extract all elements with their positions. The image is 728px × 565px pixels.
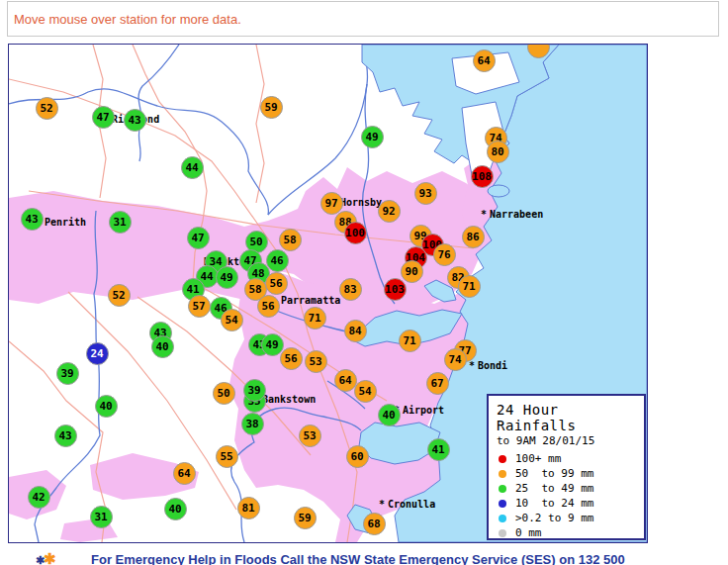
station-marker[interactable]: 53 bbox=[305, 350, 327, 373]
station-marker[interactable]: 80 bbox=[487, 141, 509, 163]
station-marker[interactable]: 58 bbox=[279, 229, 302, 251]
station-marker[interactable]: 44 bbox=[181, 156, 204, 179]
legend-color-dot bbox=[499, 529, 506, 537]
station-star-marker: * bbox=[469, 360, 475, 372]
station-marker[interactable]: 64 bbox=[334, 369, 357, 392]
station-marker[interactable]: 31 bbox=[90, 506, 113, 528]
legend-items: 100+ mm50 to 99 mm25 to 49 mm10 to 24 mm… bbox=[497, 451, 644, 540]
station-marker[interactable]: 74 bbox=[444, 348, 467, 371]
station-marker[interactable]: 59 bbox=[260, 96, 283, 119]
legend-color-dot bbox=[499, 485, 506, 493]
station-marker[interactable]: 57 bbox=[188, 295, 211, 318]
footer-burst-icon: ✱ bbox=[44, 550, 56, 565]
station-marker[interactable]: 84 bbox=[344, 320, 367, 342]
legend: 24 Hour Rainfalls to 9AM 28/01/15 100+ m… bbox=[487, 394, 646, 540]
station-marker[interactable]: 53 bbox=[299, 424, 321, 447]
legend-item-label: 50 to 99 mm bbox=[515, 467, 593, 480]
station-marker[interactable]: 31 bbox=[109, 211, 132, 234]
legend-item: >0.2 to 9 mm bbox=[497, 511, 644, 525]
header-message: Move mouse over station for more data. bbox=[14, 12, 241, 27]
legend-item: 0 mm bbox=[497, 525, 644, 540]
station-marker[interactable]: 76 bbox=[433, 243, 456, 266]
legend-item-label: 10 to 24 mm bbox=[515, 497, 593, 510]
legend-color-dot bbox=[499, 515, 506, 522]
station-marker[interactable]: 43 bbox=[54, 424, 77, 447]
station-marker[interactable]: 43 bbox=[124, 109, 146, 132]
legend-item: 100+ mm bbox=[497, 451, 644, 466]
station-marker[interactable]: 59 bbox=[294, 507, 317, 529]
station-marker[interactable]: 92 bbox=[378, 200, 401, 223]
station-marker[interactable]: 40 bbox=[164, 498, 187, 520]
station-marker[interactable]: 43 bbox=[21, 208, 44, 231]
legend-item-label: 100+ mm bbox=[515, 452, 561, 465]
station-marker[interactable]: 83 bbox=[339, 278, 362, 301]
legend-item-label: 25 to 49 mm bbox=[515, 482, 593, 495]
station-marker[interactable]: 68 bbox=[363, 513, 386, 535]
station-marker[interactable]: 71 bbox=[304, 307, 326, 330]
station-marker[interactable]: 52 bbox=[36, 97, 58, 120]
station-marker[interactable]: 49 bbox=[261, 333, 284, 356]
emergency-banner: For Emergency Help in Floods Call the NS… bbox=[91, 552, 625, 565]
station-marker[interactable]: 100 bbox=[344, 222, 367, 244]
legend-title: 24 Hour Rainfalls bbox=[497, 402, 644, 433]
place-label: Cronulla bbox=[388, 499, 435, 511]
legend-color-dot bbox=[499, 470, 506, 478]
station-marker[interactable]: 93 bbox=[414, 182, 437, 205]
station-marker[interactable]: 67 bbox=[426, 372, 449, 395]
station-marker[interactable]: 71 bbox=[458, 275, 481, 298]
station-marker[interactable]: 52 bbox=[108, 284, 131, 307]
legend-item: 50 to 99 mm bbox=[497, 466, 644, 481]
station-marker[interactable]: 49 bbox=[361, 126, 384, 148]
station-marker[interactable]: 41 bbox=[427, 438, 450, 461]
place-label: Bankstown bbox=[262, 394, 316, 406]
legend-subtitle: to 9AM 28/01/15 bbox=[497, 434, 644, 447]
station-marker[interactable]: 90 bbox=[401, 260, 423, 283]
legend-item: 25 to 49 mm bbox=[497, 481, 644, 496]
station-marker[interactable]: 47 bbox=[187, 227, 210, 249]
station-marker[interactable]: 40 bbox=[95, 395, 118, 418]
station-marker[interactable]: 49 bbox=[216, 266, 238, 289]
station-marker[interactable]: 54 bbox=[221, 309, 243, 331]
station-marker[interactable]: 71 bbox=[399, 330, 421, 352]
station-marker[interactable]: 81 bbox=[237, 497, 260, 519]
station-marker[interactable]: 108 bbox=[471, 165, 494, 188]
station-marker[interactable]: 40 bbox=[378, 404, 401, 426]
station-marker[interactable]: 39 bbox=[243, 379, 266, 402]
station-marker[interactable]: 42 bbox=[28, 486, 50, 509]
station-marker[interactable]: 39 bbox=[56, 362, 79, 385]
place-label: Penrith bbox=[45, 217, 86, 229]
place-label: Airport bbox=[403, 405, 444, 417]
station-marker[interactable]: 55 bbox=[216, 445, 238, 468]
station-marker[interactable]: 56 bbox=[265, 272, 288, 295]
station-marker[interactable]: 40 bbox=[151, 335, 174, 358]
station-star-marker: * bbox=[379, 499, 385, 511]
place-label: Bondi bbox=[478, 360, 507, 372]
station-marker[interactable]: 38 bbox=[241, 413, 264, 435]
rainfall-map[interactable]: RichmondPenrithBlacktownHornsbyParramatt… bbox=[8, 44, 648, 543]
legend-item: 10 to 24 mm bbox=[497, 496, 644, 511]
station-marker[interactable]: 54 bbox=[354, 380, 377, 403]
station-marker[interactable]: 64 bbox=[173, 462, 196, 485]
place-label: Hornsby bbox=[340, 197, 382, 209]
station-marker[interactable]: 103 bbox=[384, 278, 407, 301]
place-label: Parramatta bbox=[281, 295, 340, 307]
station-marker[interactable]: 24 bbox=[86, 342, 109, 365]
station-marker[interactable]: 97 bbox=[320, 192, 343, 215]
station-marker[interactable]: 60 bbox=[346, 445, 369, 468]
header-message-box: Move mouse over station for more data. bbox=[7, 1, 719, 37]
place-label: Narrabeen bbox=[490, 209, 543, 221]
station-marker[interactable]: 86 bbox=[462, 226, 485, 248]
station-marker[interactable]: 56 bbox=[257, 295, 280, 318]
legend-item-label: >0.2 to 9 mm bbox=[515, 512, 593, 524]
legend-item-label: 0 mm bbox=[515, 526, 542, 539]
station-marker[interactable]: 50 bbox=[213, 382, 235, 405]
station-marker[interactable]: 47 bbox=[92, 106, 115, 129]
station-star-marker: * bbox=[481, 209, 487, 221]
station-marker[interactable]: 56 bbox=[280, 347, 303, 370]
legend-color-dot bbox=[499, 455, 506, 463]
legend-color-dot bbox=[499, 500, 506, 508]
station-marker[interactable]: 64 bbox=[473, 49, 496, 72]
